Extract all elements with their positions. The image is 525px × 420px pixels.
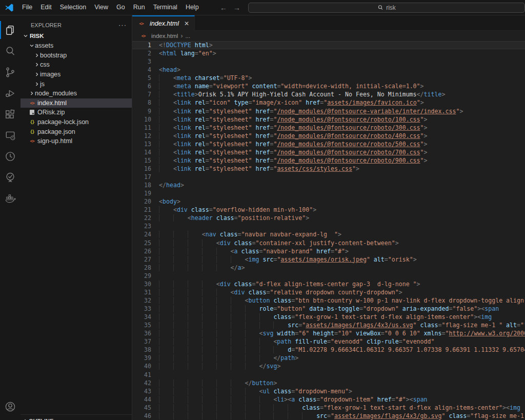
explorer-item-bootstrap[interactable]: bootstrap: [21, 51, 132, 61]
tab-index-html[interactable]: <> index.html ✕: [132, 15, 195, 31]
code-line-17[interactable]: 17: [132, 173, 525, 181]
menu-help[interactable]: Help: [181, 0, 203, 15]
code-line-39[interactable]: 39 </path>: [132, 354, 525, 362]
line-content: <svg width="6" height="10" viewBox="0 0 …: [151, 329, 525, 337]
menu-selection[interactable]: Selection: [56, 0, 90, 15]
activitybar-explorer-icon[interactable]: [0, 19, 21, 41]
code-line-8[interactable]: 8 <link rel="icon" type="image/x-icon" h…: [132, 98, 525, 107]
explorer-item-css[interactable]: css: [21, 60, 132, 70]
outline-section[interactable]: OUTLINE: [21, 414, 132, 420]
chevron-right-icon: [34, 62, 40, 68]
activitybar-extensions-icon[interactable]: [0, 104, 21, 125]
explorer-item-assets[interactable]: assets: [21, 41, 132, 51]
code-area[interactable]: 1<!DOCTYPE html>2<html lang="en">34<head…: [132, 41, 525, 420]
breadcrumb-file[interactable]: index.html: [151, 33, 178, 39]
code-line-38[interactable]: 38 d="M1.02278 9.66634C1.06312 9.66357 1…: [132, 346, 525, 354]
explorer-item-index.html[interactable]: <>index.html: [21, 98, 132, 108]
activitybar-source-control-icon[interactable]: [0, 62, 21, 83]
explorer-item-images[interactable]: images: [21, 70, 132, 79]
explorer-item-package.json[interactable]: {}package.json: [21, 127, 132, 136]
activitybar-clock-extension-icon[interactable]: [0, 146, 21, 167]
activitybar-search-icon[interactable]: [0, 41, 21, 62]
menu-go[interactable]: Go: [112, 0, 129, 15]
menu-edit[interactable]: Edit: [36, 0, 56, 15]
account-icon[interactable]: [0, 396, 21, 417]
code-line-33[interactable]: 33 role="button" data-bs-toggle="dropdow…: [132, 305, 525, 313]
code-line-13[interactable]: 13 <link rel="stylesheet" href="/node_mo…: [132, 140, 525, 148]
activitybar-run-and-debug-icon[interactable]: [0, 83, 21, 104]
menu-file[interactable]: File: [18, 0, 36, 15]
code-line-29[interactable]: 29: [132, 272, 525, 280]
code-line-25[interactable]: 25 <div class="container-xxl justify-con…: [132, 239, 525, 247]
code-line-27[interactable]: 27 <img src="assets/images/orisk.jpeg" a…: [132, 255, 525, 264]
code-line-24[interactable]: 24 <nav class="navbar navbar-expand-lg "…: [132, 230, 525, 238]
code-line-32[interactable]: 32 <button class="btn btn-country w-100 …: [132, 296, 525, 305]
code-line-15[interactable]: 15 <link rel="stylesheet" href="/node_mo…: [132, 156, 525, 165]
explorer-item-node_modules[interactable]: node_modules: [21, 89, 132, 98]
activitybar-remote-explorer-icon[interactable]: [0, 125, 21, 146]
code-line-18[interactable]: 18</head>: [132, 181, 525, 189]
code-line-43[interactable]: 43 <ul class="dropdown-menu">: [132, 387, 525, 395]
code-line-42[interactable]: 42 </button>: [132, 379, 525, 387]
code-line-45[interactable]: 45 class="flex-grow-1 text-start d-flex …: [132, 404, 525, 412]
line-number: 16: [132, 165, 151, 173]
code-line-44[interactable]: 44 <li><a class="dropdown-item" href="#"…: [132, 395, 525, 404]
code-line-10[interactable]: 10 <link rel="stylesheet" href="/node_mo…: [132, 115, 525, 124]
code-line-9[interactable]: 9 <link rel="stylesheet" href="/node_mod…: [132, 107, 525, 115]
code-line-5[interactable]: 5 <meta charset="UTF-8">: [132, 74, 525, 82]
file-label: css: [40, 61, 50, 68]
code-line-19[interactable]: 19: [132, 189, 525, 197]
code-line-22[interactable]: 22 <header class="position-relative">: [132, 214, 525, 222]
code-line-12[interactable]: 12 <link rel="stylesheet" href="/node_mo…: [132, 132, 525, 140]
code-line-26[interactable]: 26 <a class="navbar-brand" href="#">: [132, 247, 525, 255]
line-content: <link rel="stylesheet" href="/node_modul…: [151, 124, 525, 132]
code-line-35[interactable]: 35 src="assets/images/flags/4x3/us.svg" …: [132, 321, 525, 329]
explorer-item-js[interactable]: js: [21, 79, 132, 89]
file-label: sign-up.html: [37, 137, 72, 145]
code-line-20[interactable]: 20<body>: [132, 197, 525, 206]
code-line-36[interactable]: 36 <svg width="6" height="10" viewBox="0…: [132, 329, 525, 337]
explorer-item-sign-up.html[interactable]: <>sign-up.html: [21, 136, 132, 146]
forward-arrow-icon[interactable]: →: [233, 4, 241, 12]
activitybar-todo-tree-icon[interactable]: [0, 167, 21, 188]
code-line-46[interactable]: 46 src="assets/images/flags/4x3/gb.svg" …: [132, 412, 525, 420]
menu-view[interactable]: View: [90, 0, 112, 15]
search-icon: [377, 5, 383, 11]
code-line-11[interactable]: 11 <link rel="stylesheet" href="/node_mo…: [132, 124, 525, 132]
menu-terminal[interactable]: Terminal: [149, 0, 181, 15]
explorer-item-ORisk.zip[interactable]: ORisk.zip: [21, 108, 132, 117]
line-content: <nav class="navbar navbar-expand-lg ">: [151, 230, 525, 238]
activitybar-docker-icon[interactable]: [0, 188, 21, 209]
code-line-6[interactable]: 6 <meta name="viewport" content="width=d…: [132, 82, 525, 90]
code-line-40[interactable]: 40 </svg>: [132, 362, 525, 370]
code-line-7[interactable]: 7 <title>Orisk 5.1% APY High-Yield Cash …: [132, 90, 525, 98]
breadcrumb[interactable]: <> index.html › ...: [132, 31, 525, 41]
code-line-21[interactable]: 21 <div class="overflow-hidden min-vh-10…: [132, 206, 525, 214]
code-line-3[interactable]: 3: [132, 57, 525, 66]
code-line-4[interactable]: 4<head>: [132, 66, 525, 74]
code-line-37[interactable]: 37 <path fill-rule="evenodd" clip-rule="…: [132, 337, 525, 346]
line-number: 9: [132, 107, 151, 115]
explorer-more-actions-icon[interactable]: ···: [118, 21, 127, 29]
code-line-31[interactable]: 31 <div class="relative dropdown country…: [132, 288, 525, 296]
code-line-30[interactable]: 30 <div class="d-flex align-items-center…: [132, 280, 525, 288]
code-line-34[interactable]: 34 class="flex-grow-1 text-start d-flex …: [132, 313, 525, 321]
line-number: 20: [132, 197, 151, 206]
breadcrumb-more[interactable]: ...: [185, 33, 190, 39]
code-line-28[interactable]: 28 </a>: [132, 264, 525, 272]
code-line-2[interactable]: 2<html lang="en">: [132, 49, 525, 57]
explorer-item-package-lock.json[interactable]: {}package-lock.json: [21, 117, 132, 127]
back-arrow-icon[interactable]: ←: [219, 4, 228, 12]
command-center-search[interactable]: risk: [248, 3, 525, 13]
code-line-23[interactable]: 23: [132, 222, 525, 230]
code-line-14[interactable]: 14 <link rel="stylesheet" href="/node_mo…: [132, 148, 525, 156]
code-line-1[interactable]: 1<!DOCTYPE html>: [132, 41, 525, 49]
menu-run[interactable]: Run: [129, 0, 149, 15]
activitybar-spacer: [0, 209, 21, 396]
close-icon[interactable]: ✕: [184, 20, 189, 27]
workspace-root-risk[interactable]: RISK: [21, 31, 132, 41]
code-line-16[interactable]: 16 <link rel="stylesheet" href="assets/c…: [132, 165, 525, 173]
line-number: 45: [132, 404, 151, 412]
explorer-sidebar: EXPLORER ··· RISK assetsbootstrapcssimag…: [21, 15, 132, 420]
code-line-41[interactable]: 41: [132, 371, 525, 379]
